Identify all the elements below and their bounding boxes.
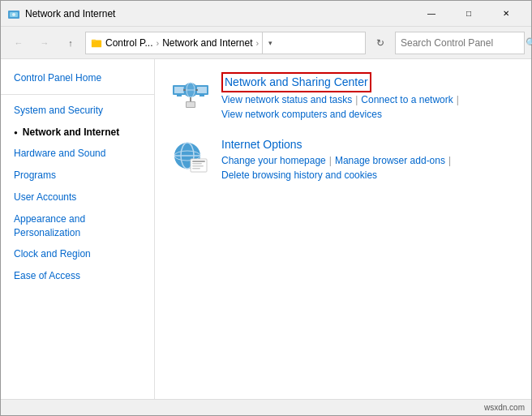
delete-history-link[interactable]: Delete browsing history and cookies: [221, 169, 377, 181]
sidebar-item-appearance[interactable]: Appearance and Personalization: [1, 208, 154, 244]
main-panel: Network and Sharing Center View network …: [155, 59, 531, 399]
main-window: Network and Internet — □ ✕ ← → ↑ Control…: [0, 0, 532, 416]
folder-icon: [91, 37, 102, 49]
svg-rect-13: [200, 95, 204, 96]
sidebar-item-network-label: Network and Internet: [23, 126, 119, 139]
window-controls: — □ ✕: [413, 1, 525, 27]
svg-rect-6: [174, 87, 184, 93]
svg-rect-24: [192, 161, 205, 162]
window-title: Network and Internet: [25, 8, 413, 19]
minimize-button[interactable]: —: [413, 1, 450, 27]
internet-options-icon: [171, 136, 210, 175]
svg-rect-4: [92, 39, 96, 41]
sidebar-item-useraccounts[interactable]: User Accounts: [1, 187, 154, 208]
change-homepage-link[interactable]: Change your homepage: [221, 155, 326, 166]
sep-2: |: [457, 94, 459, 105]
sep-3: |: [329, 155, 332, 166]
address-part-network[interactable]: Network and Internet: [162, 37, 252, 49]
close-button[interactable]: ✕: [487, 1, 525, 27]
svg-rect-12: [197, 87, 207, 93]
sidebar-item-network: ● Network and Internet: [1, 122, 154, 144]
internet-icon-svg: [171, 136, 210, 175]
sidebar-item-system-label: System and Security: [14, 104, 103, 118]
internet-options-content: Internet Options Change your homepage | …: [221, 136, 515, 181]
sidebar-item-programs-label: Programs: [14, 169, 56, 182]
search-icon[interactable]: 🔍: [526, 37, 532, 49]
titlebar: Network and Internet — □ ✕: [1, 1, 531, 27]
sep-1: |: [355, 94, 358, 105]
active-bullet: ●: [14, 128, 18, 137]
svg-point-2: [12, 13, 15, 16]
sidebar-item-home-label: Control Panel Home: [14, 71, 101, 85]
address-part-controlpanel[interactable]: Control P...: [105, 37, 152, 49]
network-sharing-title[interactable]: Network and Sharing Center: [221, 72, 371, 92]
section-internet-options: Internet Options Change your homepage | …: [171, 136, 515, 181]
address-separator-2: ›: [256, 38, 260, 48]
forward-button[interactable]: →: [33, 32, 56, 54]
sidebar-item-home[interactable]: Control Panel Home: [1, 67, 154, 89]
network-sharing-content: Network and Sharing Center View network …: [221, 72, 515, 120]
up-button[interactable]: ↑: [59, 32, 82, 54]
network-sharing-icon: [171, 72, 210, 111]
sidebar-item-hardware[interactable]: Hardware and Sound: [1, 143, 154, 165]
svg-rect-26: [192, 165, 204, 167]
statusbar-label: wsxdn.com: [484, 403, 525, 412]
address-dropdown-button[interactable]: ▾: [262, 32, 278, 54]
sidebar-item-hardware-label: Hardware and Sound: [14, 147, 105, 161]
search-input[interactable]: [401, 37, 522, 49]
back-button[interactable]: ←: [7, 32, 30, 54]
sidebar-item-system[interactable]: System and Security: [1, 100, 154, 122]
address-separator-1: ›: [156, 38, 159, 48]
internet-options-title[interactable]: Internet Options: [221, 136, 302, 153]
svg-rect-27: [192, 168, 200, 169]
network-icon-svg: [171, 72, 210, 111]
network-sharing-links: View network status and tasks | Connect …: [221, 94, 515, 120]
section-network-sharing: Network and Sharing Center View network …: [171, 72, 515, 120]
view-computers-link[interactable]: View network computers and devices: [221, 109, 382, 120]
sidebar-item-appearance-label: Appearance and Personalization: [14, 212, 141, 240]
search-box[interactable]: 🔍: [395, 32, 525, 54]
svg-rect-17: [187, 102, 195, 107]
internet-options-links: Change your homepage | Manage browser ad…: [221, 155, 515, 181]
sidebar-item-programs[interactable]: Programs: [1, 165, 154, 187]
refresh-button[interactable]: ↻: [369, 32, 392, 54]
addressbar: ← → ↑ Control P... › Network and Interne…: [1, 27, 531, 59]
sidebar-divider-1: [1, 94, 154, 95]
sidebar: Control Panel Home System and Security ●…: [1, 59, 155, 399]
svg-rect-25: [192, 163, 202, 165]
connect-link[interactable]: Connect to a network: [361, 94, 453, 105]
sep-4: |: [448, 155, 451, 166]
svg-rect-7: [177, 95, 182, 96]
maximize-button[interactable]: □: [450, 1, 487, 27]
sidebar-item-ease[interactable]: Ease of Access: [1, 265, 154, 287]
sidebar-item-useraccounts-label: User Accounts: [14, 191, 76, 204]
sidebar-item-ease-label: Ease of Access: [14, 269, 80, 283]
content-area: Control Panel Home System and Security ●…: [1, 59, 531, 399]
sidebar-item-clock[interactable]: Clock and Region: [1, 243, 154, 265]
address-box[interactable]: Control P... › Network and Internet › ▾: [85, 32, 366, 54]
manage-addons-link[interactable]: Manage browser add-ons: [335, 155, 445, 166]
view-status-link[interactable]: View network status and tasks: [221, 94, 352, 105]
window-icon: [7, 7, 20, 20]
statusbar: wsxdn.com: [1, 399, 531, 415]
sidebar-item-clock-label: Clock and Region: [14, 247, 91, 261]
